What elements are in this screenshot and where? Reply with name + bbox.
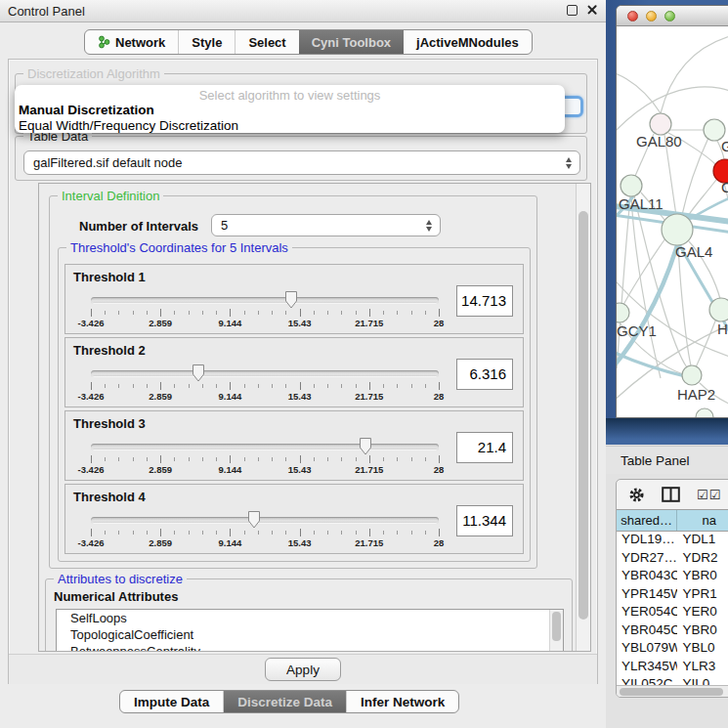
close-traffic-light[interactable] bbox=[627, 11, 638, 21]
threshold-value-field[interactable]: 11.344 bbox=[456, 505, 513, 536]
table-header-row: shared… na bbox=[617, 509, 728, 532]
slider-track[interactable] bbox=[91, 297, 439, 304]
thresholds-group: Threshold's Coordinates for 5 Intervals … bbox=[58, 247, 531, 562]
cell-name[interactable]: YBR0 bbox=[677, 622, 728, 641]
table-row[interactable]: YDL19…YDL1 bbox=[617, 532, 728, 550]
network-edge[interactable] bbox=[661, 31, 728, 113]
network-edge[interactable] bbox=[724, 183, 728, 310]
tab-infer-network[interactable]: Infer Network bbox=[346, 691, 458, 712]
network-node-label: HAP2 bbox=[677, 386, 715, 403]
group-title: Interval Definition bbox=[58, 189, 163, 203]
cell-name[interactable]: YIL0 bbox=[677, 676, 728, 685]
column-header-shared-name[interactable]: shared… bbox=[617, 510, 677, 531]
table-data-combobox[interactable]: galFiltered.sif default node bbox=[23, 150, 580, 175]
table-row[interactable]: YBL079WYBL0 bbox=[617, 640, 728, 659]
cell-name[interactable]: YBL0 bbox=[677, 640, 728, 659]
tab-select[interactable]: Select bbox=[235, 30, 298, 54]
network-node[interactable] bbox=[696, 408, 713, 418]
list-scrollbar[interactable] bbox=[549, 610, 563, 652]
slider-track[interactable] bbox=[91, 370, 439, 377]
apply-row: Apply bbox=[9, 654, 597, 684]
network-edge[interactable] bbox=[696, 319, 716, 367]
network-edge[interactable] bbox=[617, 196, 630, 368]
bottom-tab-bar: Impute Data Discretize Data Infer Networ… bbox=[119, 690, 459, 713]
cell-name[interactable]: YBR0 bbox=[677, 568, 728, 586]
list-item[interactable]: TopologicalCoefficient bbox=[57, 626, 563, 643]
table-row[interactable]: YPR145WYPR1 bbox=[617, 586, 728, 605]
table-panel-title: Table Panel bbox=[606, 453, 690, 468]
cell-name[interactable]: YLR3 bbox=[677, 659, 728, 677]
tab-discretize-data[interactable]: Discretize Data bbox=[223, 691, 346, 712]
tab-impute-data[interactable]: Impute Data bbox=[120, 691, 223, 712]
cell-shared-name[interactable]: YLR345W bbox=[617, 659, 677, 677]
network-window-frame-bottom bbox=[606, 418, 728, 445]
table-row[interactable]: YBR045CYBR0 bbox=[617, 622, 728, 641]
cell-shared-name[interactable]: YBR045C bbox=[617, 622, 677, 641]
network-node[interactable] bbox=[650, 113, 671, 135]
network-edge[interactable] bbox=[617, 67, 661, 113]
attributes-group: Attributes to discretize Numerical Attri… bbox=[45, 578, 573, 652]
cell-shared-name[interactable]: YBR043C bbox=[617, 568, 677, 586]
table-row[interactable]: YER054CYER0 bbox=[617, 604, 728, 622]
table-row[interactable]: YIL052CYIL0 bbox=[617, 676, 728, 685]
network-node-label: GCY1 bbox=[617, 322, 657, 339]
cell-name[interactable]: YER0 bbox=[677, 604, 728, 622]
tab-style[interactable]: Style bbox=[178, 30, 235, 54]
threshold-value-field[interactable]: 21.4 bbox=[456, 432, 513, 463]
network-node[interactable] bbox=[682, 365, 702, 385]
column-header-name[interactable]: na bbox=[677, 510, 728, 531]
cell-shared-name[interactable]: YER054C bbox=[617, 604, 677, 622]
control-panel-titlebar: Control Panel bbox=[0, 0, 606, 22]
apply-button[interactable]: Apply bbox=[265, 658, 341, 681]
cell-shared-name[interactable]: YDR27… bbox=[617, 550, 677, 569]
table-row[interactable]: YBR043CYBR0 bbox=[617, 568, 728, 586]
table-row[interactable]: YLR345WYLR3 bbox=[617, 659, 728, 677]
tab-cyni-toolbox[interactable]: Cyni Toolbox bbox=[299, 30, 404, 54]
cell-name[interactable]: YPR1 bbox=[677, 586, 728, 605]
threshold-label: Threshold 1 bbox=[73, 270, 146, 284]
slider-thumb[interactable] bbox=[192, 364, 205, 382]
number-of-intervals-combobox[interactable]: 5 bbox=[211, 214, 441, 236]
slider-tick-labels: -3.4262.8599.14415.4321.71528 bbox=[91, 537, 439, 549]
numerical-attributes-list: SelfLoops TopologicalCoefficient Between… bbox=[56, 609, 564, 652]
slider-thumb[interactable] bbox=[359, 437, 372, 455]
cell-name[interactable]: YDR2 bbox=[677, 550, 728, 569]
checkbox-checked-icons[interactable]: ☑☑ bbox=[697, 488, 721, 502]
zoom-traffic-light[interactable] bbox=[664, 11, 675, 21]
slider-thumb[interactable] bbox=[247, 510, 261, 529]
threshold-value-field[interactable]: 6.316 bbox=[456, 359, 513, 390]
slider-track[interactable] bbox=[91, 517, 439, 524]
close-icon[interactable] bbox=[586, 4, 598, 16]
cell-shared-name[interactable]: YIL052C bbox=[617, 676, 677, 685]
gear-icon[interactable] bbox=[628, 487, 645, 503]
vertical-scrollbar[interactable] bbox=[576, 184, 590, 651]
table-row[interactable]: YDR27…YDR2 bbox=[617, 550, 728, 569]
tab-network[interactable]: Network bbox=[85, 30, 178, 54]
cell-shared-name[interactable]: YBL079W bbox=[617, 640, 677, 659]
network-canvas[interactable]: GAL80GACGAL11GAL4GCY1HHAP2 bbox=[617, 26, 728, 418]
minimize-traffic-light[interactable] bbox=[646, 11, 657, 21]
network-edge[interactable] bbox=[631, 196, 661, 378]
float-window-icon[interactable] bbox=[567, 5, 578, 16]
network-node[interactable] bbox=[621, 175, 642, 196]
split-columns-icon[interactable] bbox=[662, 487, 680, 502]
slider-track[interactable] bbox=[91, 444, 439, 450]
network-node[interactable] bbox=[662, 214, 693, 245]
slider-thumb[interactable] bbox=[284, 290, 298, 309]
dropdown-option-equal-width[interactable]: Equal Width/Frequency Discretization bbox=[15, 118, 565, 134]
dropdown-option-manual-discretization[interactable]: Manual Discretization bbox=[15, 103, 565, 118]
cell-shared-name[interactable]: YPR145W bbox=[617, 586, 677, 605]
tab-jactivemnodules[interactable]: jActiveMNodules bbox=[404, 30, 532, 54]
network-node[interactable] bbox=[709, 298, 728, 321]
table-data-group: Table Data galFiltered.sif default node bbox=[15, 136, 587, 181]
screen: Control Panel Network Style Select Cyni … bbox=[0, 0, 728, 728]
network-window-titlebar[interactable] bbox=[617, 6, 728, 26]
table-toolbar: ☑☑ bbox=[617, 480, 728, 509]
threshold-value-field[interactable]: 14.713 bbox=[456, 285, 513, 317]
cell-name[interactable]: YDL1 bbox=[677, 532, 728, 550]
list-item[interactable]: SelfLoops bbox=[57, 610, 563, 626]
list-item[interactable]: BetweennessCentrality bbox=[57, 643, 563, 652]
network-node[interactable] bbox=[617, 303, 629, 322]
cell-shared-name[interactable]: YDL19… bbox=[617, 532, 677, 550]
horizontal-scrollbar[interactable] bbox=[617, 685, 728, 698]
